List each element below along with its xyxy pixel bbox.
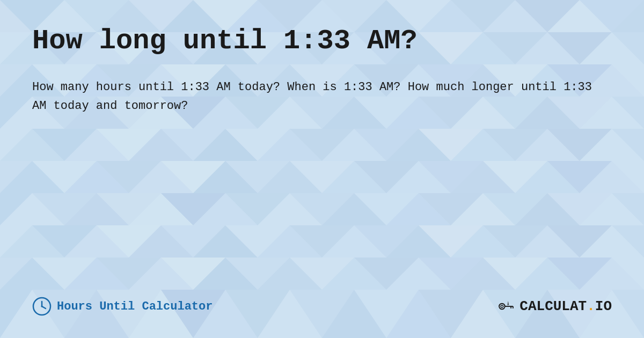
svg-point-219 (501, 305, 503, 308)
calculat-logo-text: CALCULAT.IO (519, 298, 612, 314)
brand-section: Hours Until Calculator (32, 297, 213, 316)
page-title: How long until 1:33 AM? (32, 26, 612, 56)
svg-point-217 (41, 306, 43, 307)
calculat-text-io: IO (595, 298, 612, 314)
calculat-logo-icon (496, 296, 516, 317)
calculat-brand: CALCULAT.IO (496, 296, 612, 317)
calculat-text-main: CALCULAT (519, 298, 587, 314)
footer: Hours Until Calculator CALCULAT.IO (32, 285, 612, 317)
calculat-dot: . (587, 298, 595, 314)
page-description: How many hours until 1:33 AM today? When… (32, 78, 596, 115)
svg-point-218 (499, 304, 505, 310)
brand-label: Hours Until Calculator (57, 300, 213, 313)
clock-icon (32, 297, 52, 316)
